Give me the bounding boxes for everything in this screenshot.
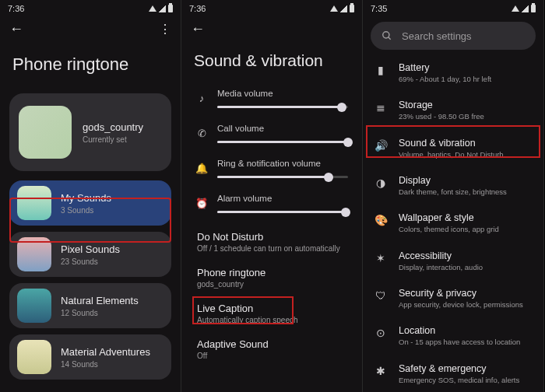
signal-icon	[522, 5, 529, 12]
panel-settings-search: 7:35 Search settings ▮ Battery69% - Abou…	[363, 0, 544, 392]
location-icon: ⊙	[374, 327, 388, 339]
page-title: Phone ringtone	[0, 40, 181, 93]
row-adaptive-sound[interactable]: Adaptive Sound Off	[181, 331, 362, 367]
category-my-sounds[interactable]: My Sounds 3 Sounds	[9, 180, 171, 226]
category-thumb	[17, 289, 51, 323]
media-volume-row[interactable]: ♪ Media volume	[181, 84, 362, 119]
row-phone-ringtone[interactable]: Phone ringtone gods_country	[181, 260, 362, 296]
back-button[interactable]: ←	[9, 21, 23, 37]
category-material-adventures[interactable]: Material Adventures 14 Sounds	[9, 334, 171, 380]
search-placeholder: Search settings	[402, 30, 472, 42]
category-thumb	[17, 237, 51, 271]
ring-volume-row[interactable]: 🔔 Ring & notification volume	[181, 154, 362, 189]
category-thumb	[17, 340, 51, 374]
wifi-icon	[330, 5, 338, 12]
battery-icon	[531, 5, 536, 12]
phone-icon: ✆	[195, 128, 208, 139]
current-ringtone-card[interactable]: gods_country Currently set	[9, 93, 171, 171]
current-sub: Currently set	[83, 135, 143, 144]
battery-icon	[168, 5, 173, 12]
search-input[interactable]: Search settings	[371, 22, 536, 50]
music-note-icon: ♪	[195, 93, 208, 104]
wifi-icon	[149, 5, 156, 12]
row-accessibility[interactable]: ✶ AccessibilityDisplay, interaction, aud…	[363, 243, 543, 280]
status-bar: 7:35	[363, 0, 543, 17]
ringtone-thumb	[19, 106, 72, 159]
category-natural-elements[interactable]: Natural Elements 12 Sounds	[9, 283, 171, 328]
row-storage[interactable]: ≣ Storage23% used - 98.50 GB free	[363, 92, 543, 129]
panel-sound-vibration: 7:36 ← Sound & vibration ♪ Media volume …	[181, 0, 363, 392]
alarm-volume-row[interactable]: ⏰ Alarm volume	[181, 189, 362, 224]
bell-icon: 🔔	[195, 163, 208, 174]
alarm-icon: ⏰	[195, 198, 208, 209]
status-bar: 7:36	[0, 0, 181, 17]
row-safety[interactable]: ✱ Safety & emergencyEmergency SOS, medic…	[363, 355, 543, 392]
display-icon: ◑	[374, 177, 388, 189]
row-live-caption[interactable]: Live Caption Automatically caption speec…	[181, 296, 362, 331]
battery-icon	[350, 5, 354, 12]
page-title: Sound & vibration	[181, 40, 362, 84]
row-wallpaper[interactable]: 🎨 Wallpaper & styleColors, themed icons,…	[363, 205, 543, 242]
back-button[interactable]: ←	[191, 21, 205, 37]
row-battery[interactable]: ▮ Battery69% - About 1 day, 10 hr left	[363, 54, 543, 92]
more-button[interactable]: ⋮	[159, 22, 171, 37]
accessibility-icon: ✶	[374, 252, 388, 264]
clock: 7:36	[189, 4, 206, 13]
row-dnd[interactable]: Do Not Disturb Off / 1 schedule can turn…	[181, 224, 362, 260]
row-sound-vibration[interactable]: 🔊 Sound & vibrationVolume, haptics, Do N…	[363, 130, 543, 167]
emergency-icon: ✱	[374, 365, 388, 377]
storage-icon: ≣	[374, 101, 388, 114]
signal-icon	[159, 5, 166, 12]
svg-line-1	[389, 37, 391, 40]
category-pixel-sounds[interactable]: Pixel Sounds 23 Sounds	[9, 232, 171, 277]
wifi-icon	[512, 5, 519, 12]
signal-icon	[340, 5, 347, 12]
clock: 7:36	[8, 4, 24, 13]
current-name: gods_country	[83, 121, 143, 133]
volume-icon: 🔊	[374, 139, 388, 152]
call-volume-row[interactable]: ✆ Call volume	[181, 119, 362, 154]
palette-icon: 🎨	[374, 214, 388, 226]
search-icon	[382, 30, 392, 41]
status-bar: 7:36	[181, 0, 362, 17]
clock: 7:35	[371, 4, 387, 13]
row-display[interactable]: ◑ DisplayDark theme, font size, brightne…	[363, 167, 543, 205]
shield-icon: 🛡	[374, 289, 388, 302]
category-thumb	[17, 186, 51, 220]
row-security[interactable]: 🛡 Security & privacyApp security, device…	[363, 280, 543, 317]
panel-phone-ringtone: 7:36 ← ⋮ Phone ringtone gods_country Cur…	[0, 0, 181, 392]
svg-point-0	[383, 32, 389, 38]
battery-icon: ▮	[374, 64, 388, 76]
row-location[interactable]: ⊙ LocationOn - 15 apps have access to lo…	[363, 317, 543, 355]
